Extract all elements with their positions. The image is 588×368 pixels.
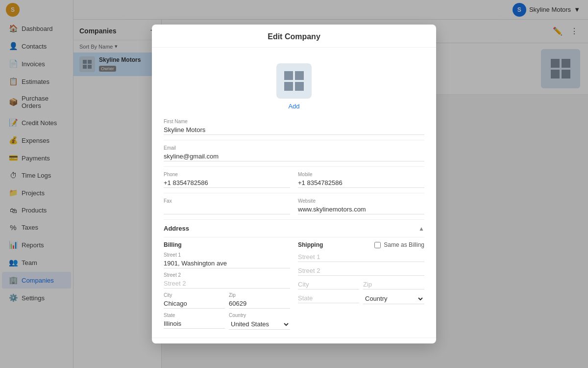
fax-input[interactable] (164, 205, 290, 214)
billing-zip-field: Zip (229, 292, 290, 309)
billing-state-field: State (164, 313, 225, 330)
same-as-billing-row: Same as Billing (374, 241, 424, 248)
billing-zip-label: Zip (229, 292, 290, 298)
shipping-column: Shipping Same as Billing (298, 237, 424, 330)
billing-street2-input[interactable] (164, 279, 290, 289)
svg-rect-11 (295, 82, 304, 91)
modal-avatar-section: Add (164, 55, 424, 114)
first-name-field: First Name (164, 119, 424, 135)
phone-mobile-row: Phone Mobile (164, 167, 424, 193)
shipping-street1-input[interactable] (298, 252, 424, 262)
shipping-city-input[interactable] (298, 280, 359, 289)
email-field-label: Email (164, 145, 424, 151)
billing-state-label: State (164, 313, 225, 318)
email-input[interactable] (164, 152, 424, 161)
billing-city-field: City (164, 292, 225, 309)
shipping-street1-field (298, 252, 424, 262)
fax-label: Fax (164, 198, 290, 204)
billing-street2-field: Street 2 (164, 272, 290, 289)
same-as-billing-checkbox[interactable] (374, 242, 381, 248)
shipping-state-field (298, 293, 359, 304)
phone-field: Phone (164, 172, 290, 188)
billing-state-country-row: State Country United States Canada UK (164, 313, 290, 330)
same-as-billing-label: Same as Billing (384, 241, 424, 248)
modal-title: Edit Company (268, 32, 320, 41)
billing-zip-input[interactable] (229, 299, 290, 309)
billing-country-label: Country (229, 313, 290, 318)
billing-city-zip-row: City Zip (164, 292, 290, 309)
billing-state-input[interactable] (164, 319, 225, 329)
modal-header: Edit Company (152, 25, 436, 48)
mobile-label: Mobile (298, 172, 424, 177)
address-columns: Billing Street 1 Street 2 City (164, 237, 424, 330)
shipping-state-input[interactable] (298, 293, 359, 303)
billing-country-field: Country United States Canada UK (229, 313, 290, 330)
billing-street2-label: Street 2 (164, 272, 290, 278)
billing-title: Billing (164, 237, 290, 248)
website-input[interactable] (298, 205, 424, 214)
svg-rect-10 (284, 82, 293, 91)
billing-street1-input[interactable] (164, 259, 290, 268)
email-field: Email (164, 145, 424, 161)
shipping-zip-input[interactable] (363, 280, 424, 289)
billing-country-select[interactable]: United States Canada UK (229, 319, 290, 330)
shipping-zip-field (363, 280, 424, 289)
first-name-row: First Name (164, 114, 424, 140)
address-section-title: Address (164, 225, 189, 232)
modal-overlay: Edit Company Add First Name Email (0, 0, 588, 368)
fax-field: Fax (164, 198, 290, 214)
shipping-state-country-row: Country United States Canada (298, 293, 424, 304)
modal-company-icon (276, 63, 312, 99)
address-section-header[interactable]: Address ▲ (164, 220, 424, 237)
mobile-field: Mobile (298, 172, 424, 188)
website-field: Website (298, 198, 424, 214)
svg-rect-8 (284, 71, 293, 80)
fax-website-row: Fax Website (164, 193, 424, 220)
first-name-input[interactable] (164, 125, 424, 135)
shipping-header: Shipping Same as Billing (298, 237, 424, 252)
billing-city-label: City (164, 292, 225, 298)
add-photo-link[interactable]: Add (288, 103, 299, 110)
shipping-street2-input[interactable] (298, 266, 424, 276)
phone-input[interactable] (164, 178, 290, 188)
billing-city-input[interactable] (164, 299, 225, 309)
modal-footer: Cancel Save (152, 338, 436, 343)
edit-company-modal: Edit Company Add First Name Email (152, 25, 436, 343)
website-label: Website (298, 198, 424, 204)
address-chevron-icon: ▲ (418, 225, 424, 232)
svg-rect-9 (295, 71, 304, 80)
shipping-country-field: Country United States Canada (363, 293, 424, 304)
billing-column: Billing Street 1 Street 2 City (164, 237, 298, 330)
email-row: Email (164, 140, 424, 167)
phone-label: Phone (164, 172, 290, 177)
shipping-city-field (298, 280, 359, 289)
shipping-street2-field (298, 266, 424, 276)
mobile-input[interactable] (298, 178, 424, 188)
first-name-label: First Name (164, 119, 424, 124)
billing-street1-label: Street 1 (164, 252, 290, 258)
shipping-country-select[interactable]: Country United States Canada (363, 293, 424, 304)
shipping-title: Shipping (298, 237, 323, 248)
billing-street1-field: Street 1 (164, 252, 290, 268)
modal-body: Add First Name Email Phone (152, 48, 436, 338)
shipping-city-zip-row (298, 280, 424, 289)
